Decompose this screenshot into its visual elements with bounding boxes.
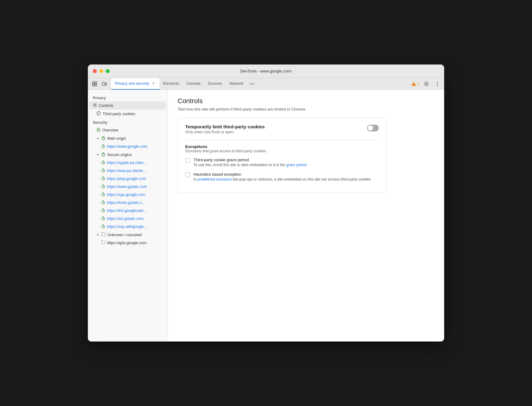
tab-network[interactable]: Network (226, 78, 247, 90)
device-icon[interactable] (100, 80, 109, 88)
sidebar-item-main-origin-url[interactable]: https://www.google.com (88, 142, 167, 150)
sidebar-item-unknown-0[interactable]: https://apis.google.com (88, 239, 167, 247)
lock-icon-s3 (101, 184, 105, 189)
sidebar-item-overview[interactable]: Overview (88, 126, 167, 134)
sidebar-item-secure-2[interactable]: https://play.google.com (88, 175, 167, 183)
svg-rect-19 (102, 154, 105, 156)
secure-url-2[interactable]: https://play.google.com (107, 177, 146, 181)
svg-point-8 (437, 82, 438, 83)
panel-title: Controls (178, 97, 434, 105)
sidebar-item-secure-5[interactable]: https://fonts.gstatic.c... (88, 199, 167, 207)
expand-main-origin-icon[interactable]: ▼ (96, 137, 100, 140)
lock-icon-s0 (101, 160, 105, 165)
unknown-label: Unknown / canceled (107, 233, 142, 237)
svg-rect-16 (97, 129, 100, 131)
warning-badge[interactable]: ! 1 (411, 82, 420, 86)
panel-subtitle: Test how this site will perform if third… (178, 107, 434, 111)
tab-elements[interactable]: Elements (159, 78, 183, 90)
tab-sources[interactable]: Sources (204, 78, 226, 90)
secure-url-1[interactable]: https://waa-pa.clients... (107, 169, 146, 173)
lock-icon-secure (101, 152, 105, 157)
more-options-icon[interactable] (433, 80, 442, 88)
sidebar-item-main-origin[interactable]: ▼ Main origin (88, 134, 167, 142)
secure-url-3[interactable]: https://www.gstatic.com (107, 185, 147, 189)
sidebar-item-secure-8[interactable]: https://csp.withgoogle... (88, 223, 167, 231)
svg-point-15 (98, 114, 99, 114)
overview-label: Overview (102, 128, 118, 132)
sidebar-item-secure-origins[interactable]: ▼ Secure origins (88, 150, 167, 159)
exception-2-content: Heuristics based exception In predefined… (194, 172, 371, 182)
traffic-lights (93, 69, 110, 73)
expand-unknown-icon[interactable]: ▼ (96, 233, 100, 236)
exception-item-1: Third-party cookie grace period To use t… (185, 158, 379, 168)
sidebar-item-third-party[interactable]: Third-party cookies (88, 110, 167, 118)
limit-cookies-toggle[interactable] (367, 125, 379, 131)
exceptions-title: Exceptions (185, 144, 379, 149)
close-button[interactable] (93, 69, 97, 73)
lock-icon-s7 (101, 216, 105, 221)
svg-rect-1 (95, 82, 97, 84)
secure-url-7[interactable]: https://ssl.gstatic.com (107, 217, 143, 221)
inspect-icon[interactable] (90, 80, 99, 88)
exception-1-checkbox[interactable] (185, 158, 190, 163)
svg-rect-27 (102, 218, 104, 220)
secure-origins-label: Secure origins (107, 153, 132, 157)
svg-rect-24 (102, 194, 104, 196)
tabs-right-controls: ! 1 (411, 80, 442, 88)
sidebar-item-secure-4[interactable]: https://ogs.google.com (88, 191, 167, 199)
svg-rect-25 (102, 202, 104, 204)
grace-period-link[interactable]: grace period (286, 163, 307, 167)
lock-icon-s4 (101, 192, 105, 197)
lock-icon-overview (96, 127, 100, 133)
exceptions-section: Exceptions Scenarios that grant access t… (185, 140, 379, 182)
card-header: Temporarily limit third-party cookies On… (185, 124, 379, 134)
svg-rect-4 (102, 82, 105, 85)
svg-rect-5 (105, 83, 107, 85)
lock-icon-s2 (101, 176, 105, 181)
tab-close-icon[interactable]: ✕ (151, 81, 156, 86)
security-section-label: Security (88, 118, 167, 126)
lock-icon-main-url (101, 144, 105, 149)
sidebar-item-secure-6[interactable]: https://lh3.googleuser... (88, 207, 167, 215)
controls-card: Temporarily limit third-party cookies On… (178, 118, 386, 193)
svg-rect-2 (92, 84, 94, 86)
tabs-bar: Privacy and security ✕ Elements Console … (88, 78, 444, 90)
svg-rect-3 (95, 84, 97, 86)
secure-url-8[interactable]: https://csp.withgoogle... (107, 224, 147, 229)
sidebar-item-unknown[interactable]: ▼ Unknown / canceled (88, 231, 167, 239)
sidebar-item-secure-7[interactable]: https://ssl.gstatic.com (88, 215, 167, 223)
sidebar-item-secure-3[interactable]: https://www.gstatic.com (88, 183, 167, 191)
sidebar-item-controls[interactable]: Controls (89, 101, 166, 110)
sidebar-item-secure-0[interactable]: https://ogads-pa.clien... (88, 159, 167, 167)
card-title-group: Temporarily limit third-party cookies On… (185, 124, 265, 134)
unknown-url-0[interactable]: https://apis.google.com (107, 241, 147, 245)
exception-2-title: Heuristics based exception (194, 172, 371, 177)
tab-label: Network (229, 81, 244, 86)
tab-privacy-security[interactable]: Privacy and security ✕ (111, 78, 159, 90)
tab-console[interactable]: Console (183, 78, 204, 90)
secure-url-4[interactable]: https://ogs.google.com (107, 193, 146, 197)
svg-rect-23 (102, 186, 104, 188)
sidebar-item-secure-1[interactable]: https://waa-pa.clients... (88, 167, 167, 175)
exception-2-checkbox[interactable] (185, 173, 190, 177)
settings-icon[interactable] (422, 80, 431, 88)
unknown-icon (101, 232, 105, 237)
main-origin-url[interactable]: https://www.google.com (107, 144, 147, 149)
predefined-scenarios-link[interactable]: predefined scenarios (198, 177, 232, 182)
tabs-more-button[interactable]: >> (247, 81, 257, 86)
exception-1-desc-before: To use this, enroll this site or sites e… (194, 163, 286, 167)
main-panel: Controls Test how this site will perform… (168, 90, 444, 342)
minimize-button[interactable] (99, 69, 103, 73)
third-party-label: Third-party cookies (103, 112, 135, 116)
maximize-button[interactable] (106, 69, 110, 73)
secure-url-0[interactable]: https://ogads-pa.clien... (107, 161, 147, 165)
exception-item-2: Heuristics based exception In predefined… (185, 172, 379, 182)
exceptions-desc: Scenarios that grant access to third-par… (185, 149, 379, 153)
expand-secure-origins-icon[interactable]: ▼ (96, 153, 100, 156)
secure-url-5[interactable]: https://fonts.gstatic.c... (107, 201, 145, 205)
svg-rect-22 (102, 178, 104, 180)
exception-1-desc: To use this, enroll this site or sites e… (194, 162, 307, 168)
svg-rect-17 (102, 138, 105, 140)
tab-icon-group (90, 80, 109, 88)
secure-url-6[interactable]: https://lh3.googleuser... (107, 209, 147, 213)
